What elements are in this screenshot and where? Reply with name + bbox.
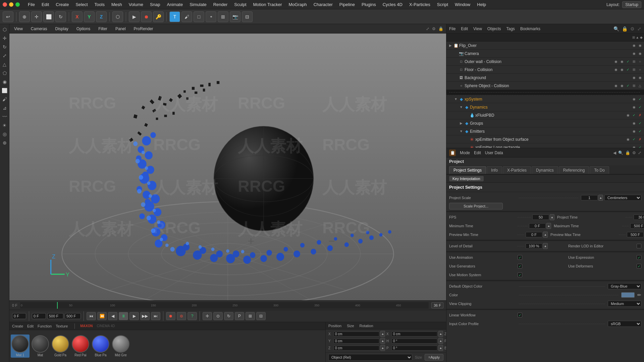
next-frame-button[interactable]: ▶▶ [140, 312, 150, 320]
sidebar-paint-icon[interactable]: 🖌 [1, 95, 9, 103]
flag-ow-dots[interactable]: ⊞ [631, 59, 637, 64]
menu-snap[interactable]: Snap [147, 1, 163, 8]
minimize-button[interactable] [9, 2, 13, 7]
props-maxtime-stepper[interactable]: 500 F ▲ [630, 223, 644, 229]
sidebar-rotate-icon[interactable]: ↻ [1, 43, 9, 51]
sidebar-dynamics-icon[interactable]: ⊛ [1, 139, 9, 147]
position-x-stepper[interactable]: ▲ [380, 331, 385, 337]
end-frame-display[interactable] [47, 313, 63, 319]
props-useani-checkbox[interactable]: ✓ [518, 255, 522, 260]
material-item-red[interactable]: Red Pai [71, 335, 90, 358]
props-usegen-checkbox[interactable]: ✓ [518, 264, 522, 268]
menu-render[interactable]: Render [211, 1, 230, 8]
sidebar-sculpt-icon[interactable]: ⊿ [1, 104, 9, 112]
sidebar-camera-icon[interactable]: ◎ [1, 130, 9, 138]
obj-bg-expand[interactable] [453, 75, 459, 80]
props-prevmintime-stepper[interactable]: 0 F ▲ [526, 232, 548, 238]
menu-motiontracker[interactable]: Motion Tracker [251, 1, 285, 8]
preview-end-input[interactable] [65, 313, 81, 319]
size-x-stepper[interactable]: ▲ [438, 331, 443, 337]
material-item-mat1[interactable]: Mat.1 [11, 335, 30, 358]
flag-ow-vis[interactable]: ◉ [613, 59, 619, 64]
size-h-stepper[interactable]: ▲ [438, 338, 443, 344]
props-mode[interactable]: Mode [460, 150, 470, 155]
axis-z[interactable]: Z [96, 11, 107, 22]
motion-track-btn[interactable]: ⊙ [213, 312, 223, 320]
viewport-cameras[interactable]: Cameras [29, 26, 49, 32]
obj-groups[interactable]: ▶ ◆ Groups ◉ ✓ [446, 119, 644, 127]
flag-sp-tri[interactable]: △ [637, 83, 643, 88]
menu-file[interactable]: File [25, 1, 38, 8]
tab-info[interactable]: Info [487, 166, 502, 174]
viewport-panel[interactable]: Panel [113, 26, 128, 32]
viewport-maximize-icon[interactable]: ⤢ [426, 26, 429, 31]
close-button[interactable] [3, 2, 7, 7]
viewport-view[interactable]: View [12, 26, 25, 32]
props-color-swatch[interactable] [621, 292, 635, 298]
props-prevmintime-up[interactable]: ▲ [543, 232, 548, 238]
position-z-stepper[interactable]: ▲ [380, 345, 385, 351]
flag-sp-render[interactable]: ◉ [619, 83, 625, 88]
obj-camera-expand[interactable] [453, 51, 459, 56]
obj-file[interactable]: File [449, 26, 455, 31]
flag-grp-vis[interactable]: ◉ [631, 121, 637, 126]
position-y-stepper[interactable]: ▲ [380, 338, 385, 344]
flag-fl-vis[interactable]: ◉ [613, 67, 619, 72]
position-x-input[interactable] [333, 331, 379, 337]
viewport[interactable]: Y Z RRCG人人素材RRCG人人素材 人人素材RRCG人人素材RRCG [9, 34, 446, 300]
spline-tool[interactable]: ⁌ [206, 11, 216, 22]
material-create[interactable]: Create [12, 324, 23, 328]
paint-tool[interactable]: 🖌 [181, 11, 192, 22]
props-defcolor-select[interactable]: Gray-Blue [608, 283, 641, 289]
viewport-options[interactable]: Options [74, 26, 92, 32]
sidebar-scale-icon[interactable]: ⤢ [1, 52, 9, 60]
props-renderlod-checkbox[interactable] [637, 244, 641, 248]
current-frame-input[interactable] [12, 313, 26, 319]
size-h-input[interactable] [391, 339, 437, 344]
sidebar-polygon-icon[interactable]: △ [1, 60, 9, 68]
menu-edit[interactable]: Edit [39, 1, 52, 8]
props-prevmaxtime-stepper[interactable]: 500 F ▲ [627, 232, 644, 238]
viewport-settings-icon[interactable]: ⚙ [432, 26, 436, 31]
flag-xper-vis[interactable]: ◉ [631, 145, 637, 148]
props-scale-unit[interactable]: Centimeters [604, 195, 641, 201]
start-frame-input[interactable] [32, 313, 46, 319]
menu-pipeline[interactable]: Pipeline [337, 1, 358, 8]
props-back-icon[interactable]: ◀ [613, 150, 616, 155]
scale-tool[interactable]: ⬜ [43, 11, 54, 22]
obj-background[interactable]: 🖼 Background ◉ ◉ [446, 74, 644, 82]
auto-key-btn[interactable]: ⊚ [177, 312, 186, 320]
undo-button[interactable]: ↩ [3, 11, 13, 22]
material-item-gold[interactable]: Gold Pa [51, 335, 70, 358]
menu-xparticles[interactable]: X-Particles [407, 1, 433, 8]
obj-xpemobj-expand[interactable] [464, 137, 469, 142]
obj-lock-icon[interactable]: 🔒 [622, 26, 628, 32]
flag-xpeo-x[interactable]: ✗ [637, 137, 643, 142]
obj-xfluid-expand[interactable] [464, 113, 469, 118]
sidebar-move-icon[interactable]: ✛ [1, 34, 9, 42]
props-viewclip-select[interactable]: Medium [608, 301, 641, 307]
flag-fl-circle[interactable]: ○ [637, 67, 643, 72]
coord-system-select[interactable]: Object (Rel) [328, 354, 412, 361]
props-settings-icon[interactable]: ⚙ [632, 150, 636, 155]
obj-flipover[interactable]: ▶ 📋 Flip_Over ◉ ◉ [446, 42, 644, 50]
keyframe-btn[interactable]: 🔑 [153, 11, 164, 22]
flag-fl-render[interactable]: ◉ [619, 67, 625, 72]
props-fps-up[interactable]: ▲ [550, 214, 554, 220]
material-texture[interactable]: Texture [56, 324, 68, 328]
menu-mesh[interactable]: Mesh [109, 1, 125, 8]
menu-mograph[interactable]: MoGraph [286, 1, 309, 8]
viewport-prorender[interactable]: ProRender [132, 26, 155, 32]
goto-start-button[interactable]: ⏮ [87, 312, 96, 320]
prev-key-button[interactable]: ⏪ [97, 312, 107, 320]
obj-view[interactable]: View [473, 26, 482, 31]
obj-sphere-expand[interactable] [453, 83, 459, 88]
obj-xpsystem-expand[interactable]: ▼ [453, 97, 459, 102]
props-lock-icon[interactable]: 🔒 [625, 150, 630, 155]
tab-project-settings[interactable]: Project Settings [449, 166, 486, 174]
goto-end-button[interactable]: ⏭ [151, 312, 160, 320]
props-mintime-up[interactable]: ▲ [546, 223, 551, 229]
record-keyframe-btn[interactable]: ⏺ [166, 312, 175, 320]
obj-xfluidpbd[interactable]: 💧 xFluidPBD ◉ ✓ ✗ [446, 111, 644, 119]
flag-xps-check[interactable]: ✓ [637, 97, 643, 102]
